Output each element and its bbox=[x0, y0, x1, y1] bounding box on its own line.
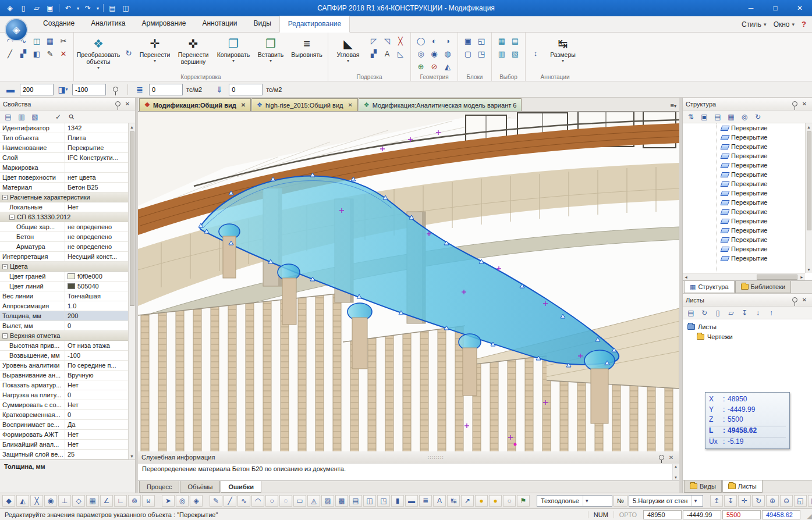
door-icon[interactable]: ◳ bbox=[377, 495, 390, 507]
property-value[interactable]: От низа этажа bbox=[65, 342, 128, 349]
property-row[interactable]: Толщина, мм200 bbox=[0, 311, 128, 321]
3d-viewport[interactable] bbox=[138, 112, 679, 451]
property-row[interactable]: Возвышение, мм-100 bbox=[0, 351, 128, 361]
zoom-fit-icon[interactable]: ▣ bbox=[808, 495, 812, 507]
open-document-icon[interactable]: ▱ bbox=[30, 2, 43, 14]
property-row[interactable]: Защитный слой ве...25 bbox=[0, 450, 128, 460]
info-scrollbar[interactable]: ▲ ▼ bbox=[672, 464, 679, 480]
remove-node-icon[interactable]: ⊘ bbox=[428, 60, 441, 73]
stamp-tool-icon[interactable]: ◫ bbox=[30, 35, 43, 47]
close-icon[interactable]: ✕ bbox=[348, 102, 352, 108]
sort-asc-icon[interactable]: ↓ bbox=[752, 308, 764, 318]
sheets-tab-виды[interactable]: Виды bbox=[684, 480, 722, 493]
window-menu[interactable]: Окно bbox=[774, 20, 790, 29]
property-row[interactable]: Общие хар...не определено bbox=[0, 222, 128, 232]
close-icon[interactable]: ✕ bbox=[666, 453, 676, 462]
structure-tree-item[interactable]: Перекрытие bbox=[683, 188, 812, 198]
collapse-icon[interactable]: − bbox=[2, 333, 8, 339]
style-menu[interactable]: Стиль bbox=[742, 20, 761, 29]
pin-icon[interactable] bbox=[792, 101, 797, 106]
snap-grid-icon[interactable]: ▦ bbox=[86, 495, 99, 507]
collapse-icon[interactable]: − bbox=[9, 215, 15, 220]
property-row[interactable]: Показать арматур...Нет bbox=[0, 380, 128, 390]
snap-perpendicular-icon[interactable]: ⊥ bbox=[58, 495, 71, 507]
info-tab-процесс[interactable]: Процесс bbox=[139, 481, 179, 493]
link-table-icon[interactable]: ▦ bbox=[725, 112, 737, 122]
point-load-input[interactable] bbox=[229, 84, 263, 95]
structure-tree-item[interactable]: Перекрытие bbox=[683, 207, 812, 216]
dimension-icon[interactable]: ↹ bbox=[447, 495, 460, 507]
structure-tree-item[interactable]: Перекрытие bbox=[683, 123, 812, 133]
offset-m6de-combo-icon[interactable]: ◨▾ bbox=[56, 83, 70, 96]
structure-tab-структура[interactable]: ▦Структура bbox=[684, 281, 735, 293]
property-row[interactable]: Вылет, мм0 bbox=[0, 321, 128, 331]
property-row[interactable]: Маркировка bbox=[0, 163, 128, 173]
property-value[interactable]: 1342 bbox=[65, 124, 128, 131]
sheets-tab-листы[interactable]: Листы bbox=[722, 480, 763, 493]
mirror-tool-icon[interactable]: ◧ bbox=[30, 48, 43, 60]
property-value[interactable]: 200 bbox=[65, 312, 128, 319]
scroll-up-icon[interactable]: ▲ bbox=[807, 123, 811, 130]
categorized-view-icon[interactable]: ▤ bbox=[2, 112, 14, 122]
scroll-thumb[interactable] bbox=[130, 131, 134, 306]
drag-grip[interactable]: :::::::: bbox=[215, 454, 657, 460]
polygon-icon[interactable]: ◬ bbox=[307, 495, 320, 507]
property-value[interactable]: 0 bbox=[65, 411, 128, 418]
text-icon[interactable]: A bbox=[433, 495, 446, 507]
property-value[interactable]: Перекрытие bbox=[65, 144, 128, 151]
circle-icon[interactable]: ○ bbox=[265, 495, 278, 507]
property-value[interactable]: Несущий конст... bbox=[65, 253, 128, 260]
new-document-icon[interactable]: ▯ bbox=[17, 2, 30, 14]
transform-objects-button[interactable]: ❖ Преобразовать объекты ▾ bbox=[77, 35, 119, 70]
property-row[interactable]: ИнтерпретацияНесущий конст... bbox=[0, 252, 128, 262]
pin-icon[interactable] bbox=[115, 101, 120, 106]
storey-down-icon[interactable]: ↧ bbox=[724, 495, 737, 507]
sheets-tree-item[interactable]: Чертежи bbox=[687, 332, 812, 341]
property-value[interactable]: не определено bbox=[65, 223, 128, 230]
tab-list-icon[interactable]: ≡▾ bbox=[671, 102, 676, 109]
save-icon[interactable]: ▣ bbox=[44, 2, 56, 14]
undo-icon[interactable]: ↶ bbox=[62, 2, 75, 14]
sort-desc-icon[interactable]: ↑ bbox=[765, 308, 777, 318]
boolean-subtract-icon[interactable]: ◐ bbox=[428, 35, 441, 47]
scroll-thumb[interactable] bbox=[807, 131, 811, 230]
snap-center-icon[interactable]: ◉ bbox=[44, 495, 57, 507]
select-all-icon[interactable]: ▦ bbox=[495, 35, 508, 47]
export-sheet-icon[interactable]: ↧ bbox=[739, 308, 750, 318]
split-tool-icon[interactable]: ▞ bbox=[367, 48, 380, 60]
zoom-in-icon[interactable]: ⊕ bbox=[766, 495, 779, 507]
column-icon[interactable]: ▮ bbox=[391, 495, 404, 507]
trim-tool-icon[interactable]: ◸ bbox=[367, 35, 380, 47]
outline-icon[interactable]: ◎ bbox=[414, 48, 427, 60]
redo-icon[interactable]: ↷ bbox=[81, 2, 94, 14]
property-row[interactable]: ЛокальныеНет bbox=[0, 202, 128, 212]
property-value[interactable]: нет цвета bbox=[65, 174, 128, 181]
structure-tree-item[interactable]: Перекрытие bbox=[683, 161, 812, 170]
property-value[interactable]: Нет bbox=[65, 204, 128, 211]
structure-tab-библиотеки[interactable]: Библиотеки bbox=[735, 281, 792, 293]
scroll-down-icon[interactable]: ▼ bbox=[674, 476, 678, 479]
print-icon[interactable]: ▤ bbox=[106, 2, 119, 14]
invert-selection-icon[interactable]: ▧ bbox=[509, 48, 522, 60]
structure-tree-item[interactable]: Перекрытие bbox=[683, 142, 812, 151]
pencil-icon[interactable]: ✎ bbox=[210, 495, 222, 507]
search-icon[interactable]: ⚲ bbox=[64, 109, 80, 124]
binoculars-icon[interactable]: ◎ bbox=[739, 112, 750, 122]
resize-grip-icon[interactable]: ◢ bbox=[803, 510, 812, 520]
refresh-sheets-icon[interactable]: ↻ bbox=[698, 308, 710, 318]
close-button[interactable]: ✕ bbox=[788, 0, 812, 16]
scissors-icon[interactable]: ✂ bbox=[57, 35, 70, 47]
hatch-icon[interactable]: ▨ bbox=[321, 495, 334, 507]
structure-tree-item[interactable]: Перекрытие bbox=[683, 198, 812, 207]
snap-nearest-icon[interactable]: ◇ bbox=[72, 495, 85, 507]
beam-icon[interactable]: ▬ bbox=[405, 495, 418, 507]
rotate-icon[interactable]: ↻ bbox=[122, 47, 135, 59]
new-sheet-icon[interactable]: ▯ bbox=[712, 308, 724, 318]
wall-icon[interactable]: ▤ bbox=[349, 495, 362, 507]
minimize-button[interactable]: ─ bbox=[739, 0, 763, 16]
pin-icon[interactable] bbox=[792, 297, 797, 302]
scroll-left-icon[interactable]: ◄ bbox=[683, 275, 689, 279]
property-row[interactable]: Вес линииТончайшая bbox=[0, 291, 128, 301]
ribbon-tab-annotations[interactable]: Аннотации bbox=[194, 16, 245, 32]
block-library-icon[interactable]: ◳ bbox=[475, 48, 488, 60]
